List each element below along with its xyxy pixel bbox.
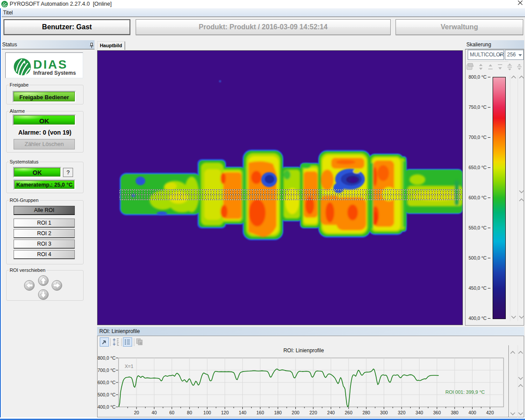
svg-text:280: 280: [362, 410, 370, 415]
svg-text:400,0 °C: 400,0 °C: [98, 404, 116, 410]
svg-text:340: 340: [416, 410, 424, 415]
svg-text:700,0 °C: 700,0 °C: [98, 368, 116, 373]
svg-text:320: 320: [398, 410, 406, 415]
svg-text:80: 80: [187, 410, 192, 415]
svg-text:500,0 °C: 500,0 °C: [98, 392, 116, 397]
svg-text:600,0 °C: 600,0 °C: [469, 195, 486, 200]
svg-text:Infrared Systems: Infrared Systems: [33, 70, 76, 76]
svg-text:650,0 °C: 650,0 °C: [469, 165, 486, 170]
svg-text:400: 400: [469, 410, 476, 415]
svg-text:40: 40: [152, 410, 157, 415]
svg-text:800,0 °C: 800,0 °C: [469, 74, 486, 80]
svg-text:DIAS: DIAS: [33, 58, 68, 71]
svg-text:500,0 °C: 500,0 °C: [469, 255, 486, 260]
svg-text:120: 120: [221, 410, 229, 415]
svg-text:140: 140: [239, 410, 247, 415]
svg-text:550,0 °C: 550,0 °C: [469, 225, 486, 230]
svg-text:220: 220: [309, 410, 317, 415]
svg-text:100: 100: [203, 410, 211, 415]
svg-text:400,0 °C: 400,0 °C: [469, 316, 486, 321]
svg-text:420: 420: [486, 410, 494, 415]
svg-text:600,0 °C: 600,0 °C: [98, 380, 116, 385]
svg-text:360: 360: [433, 410, 441, 415]
svg-text:380: 380: [451, 410, 458, 415]
svg-text:180: 180: [274, 410, 282, 415]
svg-text:X=1: X=1: [125, 364, 133, 369]
svg-text:200: 200: [292, 410, 300, 415]
svg-text:300: 300: [380, 410, 388, 415]
svg-text:240: 240: [327, 410, 335, 415]
svg-text:ROI: Linienprofile: ROI: Linienprofile: [284, 347, 324, 354]
svg-text:160: 160: [256, 410, 264, 415]
svg-text:60: 60: [169, 410, 175, 415]
svg-text:ROI 001: 399,9 °C: ROI 001: 399,9 °C: [445, 389, 485, 395]
svg-text:800,0 °C: 800,0 °C: [98, 355, 116, 361]
svg-text:700,0 °C: 700,0 °C: [469, 135, 486, 140]
svg-text:750,0 °C: 750,0 °C: [469, 104, 486, 110]
svg-text:20: 20: [134, 410, 139, 415]
svg-text:450,0 °C: 450,0 °C: [469, 285, 486, 291]
svg-text:260: 260: [345, 410, 353, 415]
